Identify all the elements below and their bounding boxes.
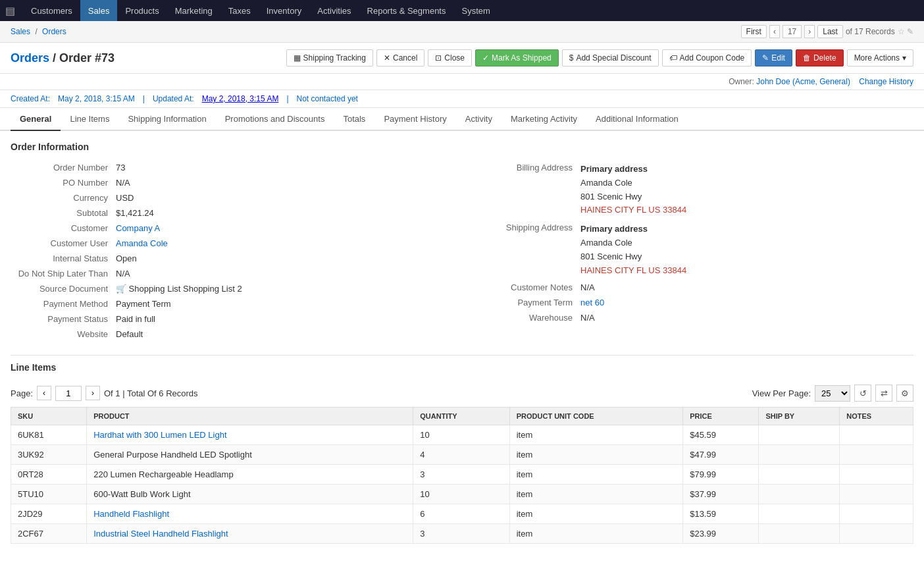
tab-activity[interactable]: Activity — [456, 108, 501, 131]
refresh-button-1[interactable]: ↺ — [854, 385, 871, 402]
cell-sku: 3UK92 — [11, 445, 87, 465]
tab-payment-history[interactable]: Payment History — [374, 108, 455, 131]
nav-item-sales[interactable]: Sales — [80, 0, 118, 21]
top-navigation: ▤ Customers Sales Products Marketing Tax… — [0, 0, 924, 21]
order-number: #73 — [95, 51, 115, 65]
owner-name-link[interactable]: John Doe (Acme, General) — [756, 77, 850, 86]
created-at-value: May 2, 2018, 3:15 AM — [58, 94, 135, 103]
page-info: Page: ‹ › Of 1 | Total Of 6 Records — [11, 386, 198, 401]
line-items-section: Line Items Page: ‹ › Of 1 | Total Of 6 R… — [0, 355, 924, 554]
view-per-page-label: View Per Page: — [752, 388, 811, 398]
customer-link[interactable]: Company A — [116, 223, 160, 233]
col-header-unit-code: PRODUCT UNIT CODE — [509, 408, 682, 425]
settings-button[interactable]: ⚙ — [896, 385, 913, 402]
nav-item-system[interactable]: System — [453, 0, 498, 21]
mark-as-shipped-button[interactable]: ✓ Mark As Shipped — [475, 49, 559, 66]
trash-icon: 🗑 — [803, 53, 811, 63]
total-records-text: of 17 Records — [846, 27, 895, 36]
product-link[interactable]: Hardhat with 300 Lumen LED Light — [93, 430, 226, 440]
product-link[interactable]: Industrial Steel Handheld Flashlight — [93, 529, 228, 539]
nav-item-reports[interactable]: Reports & Segments — [359, 0, 454, 21]
created-at-label: Created At: — [11, 94, 50, 103]
pagination-top: First ‹ 17 › Last of 17 Records ☆ ✎ — [741, 25, 913, 38]
cell-notes — [840, 445, 913, 465]
table-prev-button[interactable]: ‹ — [37, 386, 51, 400]
last-button[interactable]: Last — [817, 25, 843, 38]
shipping-tracking-button[interactable]: ▦ Shipping Tracking — [286, 49, 373, 66]
per-page-select[interactable]: 25 50 100 — [815, 385, 850, 402]
next-page-button[interactable]: › — [804, 25, 815, 38]
breadcrumb-orders[interactable]: Orders — [42, 27, 66, 36]
breadcrumb-bar: Sales / Orders First ‹ 17 › Last of 17 R… — [0, 21, 924, 43]
tab-marketing-activity[interactable]: Marketing Activity — [501, 108, 586, 131]
shipping-tracking-icon: ▦ — [294, 53, 301, 63]
nav-item-activities[interactable]: Activities — [309, 0, 359, 21]
table-page-input[interactable] — [55, 386, 82, 401]
currency-label: Currency — [11, 193, 116, 203]
info-row-warehouse: Warehouse N/A — [475, 313, 913, 323]
line-items-pagination: Page: ‹ › Of 1 | Total Of 6 Records View… — [11, 379, 913, 407]
cancel-button[interactable]: ✕ Cancel — [376, 49, 424, 66]
product-link[interactable]: Handheld Flashlight — [93, 509, 169, 519]
tabs-bar: General Line Items Shipping Information … — [0, 108, 924, 131]
close-button[interactable]: ⊡ Close — [428, 49, 472, 66]
tab-promotions-discounts[interactable]: Promotions and Discounts — [216, 108, 334, 131]
tab-shipping-information[interactable]: Shipping Information — [118, 108, 215, 131]
customer-user-label: Customer User — [11, 238, 116, 248]
edit-button[interactable]: ✎ Edit — [755, 49, 792, 66]
updated-at-value[interactable]: May 2, 2018, 3:15 AM — [202, 94, 279, 103]
action-buttons: ▦ Shipping Tracking ✕ Cancel ⊡ Close ✓ M… — [286, 49, 913, 66]
breadcrumb: Sales / Orders — [11, 27, 66, 36]
cell-notes — [840, 465, 913, 485]
internal-status-value: Open — [116, 253, 449, 263]
payment-term-label: Payment Term — [475, 298, 580, 307]
currency-value: USD — [116, 193, 449, 203]
shipping-address-label: Shipping Address — [475, 223, 580, 277]
table-row: 0RT28 220 Lumen Rechargeable Headlamp 3 … — [11, 465, 913, 485]
customer-user-link[interactable]: Amanda Cole — [116, 238, 168, 248]
tab-additional-information[interactable]: Additional Information — [586, 108, 688, 131]
cell-quantity: 10 — [413, 485, 509, 504]
edit-icon: ✎ — [762, 53, 769, 63]
cell-notes — [840, 524, 913, 544]
cell-quantity: 6 — [413, 504, 509, 524]
table-page-of-text: Of 1 | Total Of 6 Records — [104, 388, 198, 398]
nav-logo[interactable]: ▤ — [5, 5, 15, 17]
page-label: Page: — [11, 388, 33, 398]
nav-item-products[interactable]: Products — [117, 0, 167, 21]
more-actions-button[interactable]: More Actions ▾ — [847, 49, 913, 66]
add-special-discount-button[interactable]: $ Add Special Discount — [562, 49, 659, 66]
tab-line-items[interactable]: Line Items — [61, 108, 118, 131]
cell-ship-by — [759, 425, 840, 445]
tab-general[interactable]: General — [11, 108, 61, 131]
first-button[interactable]: First — [741, 25, 767, 38]
refresh-button-2[interactable]: ⇄ — [875, 385, 892, 402]
payment-term-link[interactable]: net 60 — [580, 298, 604, 307]
add-coupon-code-button[interactable]: 🏷 Add Coupon Code — [662, 49, 752, 66]
change-history-link[interactable]: Change History — [859, 77, 913, 86]
breadcrumb-sales[interactable]: Sales — [11, 27, 30, 36]
orders-link[interactable]: Orders — [11, 51, 49, 65]
info-row-currency: Currency USD — [11, 193, 449, 203]
close-icon: ⊡ — [435, 53, 442, 63]
order-info-grid: Order Number 73 PO Number N/A Currency U… — [11, 163, 913, 344]
internal-status-label: Internal Status — [11, 253, 116, 263]
tab-totals[interactable]: Totals — [334, 108, 374, 131]
do-not-ship-value: N/A — [116, 269, 449, 279]
table-next-button[interactable]: › — [86, 386, 100, 400]
prev-page-button[interactable]: ‹ — [769, 25, 780, 38]
line-items-table: SKU PRODUCT QUANTITY PRODUCT UNIT CODE P… — [11, 407, 913, 544]
cell-price: $37.99 — [683, 485, 759, 504]
cell-price: $45.59 — [683, 425, 759, 445]
nav-item-inventory[interactable]: Inventory — [259, 0, 309, 21]
subtotal-label: Subtotal — [11, 208, 116, 218]
info-row-subtotal: Subtotal $1,421.24 — [11, 208, 449, 218]
order-number-value: 73 — [116, 163, 449, 173]
col-header-product: PRODUCT — [87, 408, 413, 425]
nav-item-marketing[interactable]: Marketing — [167, 0, 220, 21]
nav-item-taxes[interactable]: Taxes — [220, 0, 259, 21]
updated-at-label: Updated At: — [153, 94, 194, 103]
nav-item-customers[interactable]: Customers — [23, 0, 80, 21]
cell-unit-code: item — [509, 425, 682, 445]
delete-button[interactable]: 🗑 Delete — [796, 49, 844, 66]
